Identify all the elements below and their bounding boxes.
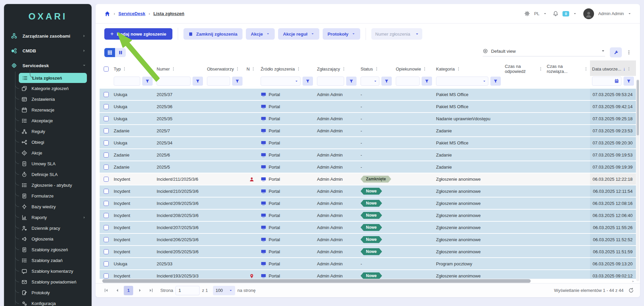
- scroll-right-arrow[interactable]: ▸: [632, 279, 634, 283]
- filter-input[interactable]: [114, 77, 140, 86]
- row-checkbox[interactable]: [104, 104, 109, 109]
- column-menu-icon[interactable]: [297, 67, 301, 71]
- column-menu-icon[interactable]: [171, 67, 175, 71]
- sidebar-subitem-lista-zgłoszeń[interactable]: Lista zgłoszeń: [19, 73, 87, 83]
- vertical-scrollbar-thumb[interactable]: [637, 80, 639, 135]
- vertical-scrollbar[interactable]: [636, 79, 639, 281]
- protocols-dropdown-button[interactable]: Protokoły: [323, 28, 360, 40]
- filter-select[interactable]: [436, 77, 488, 86]
- column-menu-icon[interactable]: [251, 67, 255, 71]
- chevron-down-icon[interactable]: [628, 12, 631, 15]
- row-checkbox[interactable]: [104, 152, 109, 158]
- row-checkbox[interactable]: [104, 128, 109, 133]
- sidebar-item-servicedesk[interactable]: Servicedesk: [4, 58, 92, 73]
- column-menu-icon[interactable]: [423, 67, 427, 71]
- column-header-czas-na-odpowiedź[interactable]: Czas na odpowiedź: [503, 60, 545, 76]
- first-page-button[interactable]: [102, 286, 110, 295]
- table-row[interactable]: IncydentIncident/210/2025/3/6PortalAdmin…: [100, 185, 636, 198]
- sidebar-item-zarz-dzanie-zasobami[interactable]: Zarządzanie zasobami: [4, 29, 92, 43]
- select-all-checkbox[interactable]: [104, 67, 109, 72]
- chevron-down-icon[interactable]: [573, 12, 577, 15]
- row-checkbox[interactable]: [104, 261, 109, 266]
- table-row[interactable]: IncydentIncident/207/2025/3/6PortalAdmin…: [100, 222, 636, 234]
- filter-button[interactable]: [624, 77, 634, 86]
- table-row[interactable]: Usługa2025/34Portal-Pakiet MS Office07.0…: [100, 137, 636, 149]
- filter-button[interactable]: [422, 77, 432, 86]
- filter-date-input[interactable]: [592, 77, 622, 86]
- column-header-n[interactable]: N: [245, 60, 259, 76]
- column-menu-icon[interactable]: [584, 67, 588, 71]
- sidebar-item-cmdb[interactable]: CMDB: [4, 43, 92, 58]
- filter-button[interactable]: [303, 77, 313, 86]
- filter-input[interactable]: [396, 77, 420, 86]
- view-selector[interactable]: Default view: [483, 48, 605, 56]
- row-checkbox[interactable]: [104, 116, 109, 121]
- filter-input[interactable]: [207, 77, 230, 86]
- row-checkbox[interactable]: [104, 213, 109, 218]
- row-checkbox[interactable]: [104, 249, 109, 254]
- ticket-number-input[interactable]: Numer zgłoszenia: [371, 28, 422, 40]
- column-menu-icon[interactable]: [342, 67, 346, 71]
- column-menu-icon[interactable]: [627, 67, 631, 71]
- user-name[interactable]: Admin Admin: [598, 11, 624, 16]
- column-header-status[interactable]: Status: [359, 60, 394, 76]
- column-header-czas-na-rozwiąza-[interactable]: Czas na rozwiąza...: [545, 60, 590, 76]
- column-menu-icon[interactable]: [235, 67, 239, 71]
- last-page-button[interactable]: [147, 286, 155, 295]
- configure-view-button[interactable]: [610, 47, 622, 57]
- settings-gear-icon[interactable]: [524, 11, 530, 16]
- filter-select[interactable]: [261, 77, 301, 86]
- column-header-opiekunowie[interactable]: Opiekunowie: [394, 60, 434, 76]
- column-header-źródło-zgłoszenia[interactable]: Źródło zgłoszenia: [259, 60, 315, 76]
- column-header-numer[interactable]: Numer: [155, 60, 205, 76]
- sidebar-subitem-konfiguracja[interactable]: Konfiguracja: [4, 298, 92, 306]
- filter-button[interactable]: [193, 77, 203, 86]
- row-checkbox[interactable]: [104, 140, 109, 145]
- row-checkbox[interactable]: [104, 165, 109, 170]
- column-header-kategoria[interactable]: Kategoria: [434, 60, 503, 76]
- next-page-button[interactable]: [136, 286, 144, 295]
- columns-view-button[interactable]: [115, 48, 126, 57]
- more-options-button[interactable]: [627, 50, 631, 55]
- rule-actions-dropdown-button[interactable]: Akcje reguł: [278, 28, 319, 40]
- table-row[interactable]: IncydentIncident/208/2025/3/6PortalAdmin…: [100, 210, 636, 222]
- table-row[interactable]: Zadanie2025/7PortalAdmin Admin-Zadanie07…: [100, 125, 636, 137]
- filter-button[interactable]: [232, 77, 243, 86]
- column-header-typ[interactable]: Typ: [112, 60, 155, 76]
- language-selector[interactable]: PL: [534, 11, 539, 16]
- calendar-icon[interactable]: [614, 79, 619, 84]
- grid-view-button[interactable]: [104, 48, 115, 57]
- filter-input[interactable]: [157, 77, 191, 86]
- table-row[interactable]: IncydentIncident/205/2025/3/6PortalAdmin…: [100, 246, 636, 258]
- table-row[interactable]: Usługa2025/33PortalAdmin Admin-Program p…: [100, 258, 636, 270]
- avatar[interactable]: [583, 8, 594, 19]
- row-checkbox[interactable]: [104, 273, 109, 278]
- column-menu-icon[interactable]: [122, 67, 126, 71]
- chevron-down-icon[interactable]: [543, 12, 547, 15]
- row-checkbox[interactable]: [104, 177, 109, 182]
- column-header-zgłaszający[interactable]: Zgłaszający: [315, 60, 359, 76]
- previous-page-button[interactable]: [113, 286, 121, 295]
- page-number-input[interactable]: [175, 286, 200, 295]
- actions-dropdown-button[interactable]: Akcje: [246, 28, 275, 40]
- row-checkbox[interactable]: [104, 92, 109, 97]
- column-header-obserwatorzy[interactable]: Obserwatorzy: [205, 60, 245, 76]
- column-menu-icon[interactable]: [539, 67, 543, 71]
- table-row[interactable]: IncydentIncident/206/2025/3/6PortalAdmin…: [100, 234, 636, 246]
- table-row[interactable]: Zadanie2025/5PortalAdmin Admin-Zadanie07…: [100, 161, 636, 173]
- filter-button[interactable]: [381, 77, 392, 86]
- notifications-bell-icon[interactable]: [553, 11, 558, 16]
- filter-select[interactable]: [361, 77, 379, 86]
- horizontal-scrollbar[interactable]: ▸: [101, 279, 635, 283]
- filter-button[interactable]: [346, 77, 357, 86]
- table-row[interactable]: Usługa2025/37PortalAdmin Admin-Pakiet MS…: [100, 89, 636, 101]
- row-checkbox[interactable]: [104, 189, 109, 194]
- table-row[interactable]: Usługa2025/35PortalAdmin Admin-Nadanie u…: [100, 113, 636, 125]
- horizontal-scrollbar-thumb[interactable]: [102, 279, 531, 283]
- table-row[interactable]: IncydentIncident/209/2025/3/6PortalAdmin…: [100, 198, 636, 210]
- add-ticket-button[interactable]: + Dodaj nowe zgłoszenie: [104, 28, 172, 40]
- column-header-data-utworze-[interactable]: Data utworze...↓: [590, 60, 636, 76]
- row-checkbox[interactable]: [104, 225, 109, 230]
- column-menu-icon[interactable]: [375, 67, 379, 71]
- sort-descending-icon[interactable]: ↓: [623, 66, 625, 72]
